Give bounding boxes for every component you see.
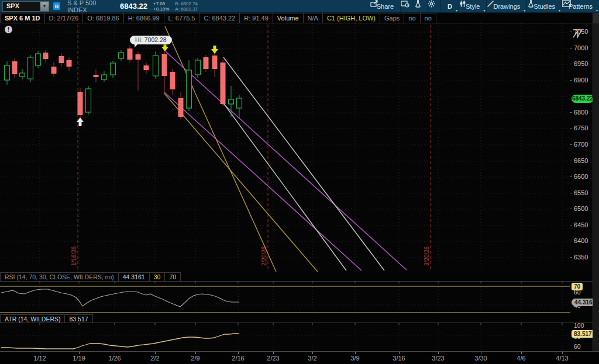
atr-header-cell[interactable]: ATR (14, WILDERS) xyxy=(0,314,65,323)
time-axis-tick xyxy=(195,352,196,354)
rsi-header-row: RSI (14, 70, 30, CLOSE, WILDERS, no)44.3… xyxy=(0,272,599,282)
studies-button[interactable]: Studies ▾ xyxy=(526,0,562,12)
trendline-white-upper[interactable] xyxy=(223,57,384,271)
candle xyxy=(221,60,226,106)
last-price-badge: 6843.22 xyxy=(572,95,594,103)
header-cell[interactable]: Volume xyxy=(273,13,304,23)
timeframe-button[interactable]: D ▾ xyxy=(440,0,459,12)
rsi-header-cell: 44.3161 xyxy=(119,272,150,282)
calendar-button[interactable] xyxy=(400,0,414,12)
change-abs: +7.05 xyxy=(153,1,169,6)
atr-panel[interactable]: 100806083.517 xyxy=(0,323,599,351)
last-price: 6843.22 xyxy=(120,2,147,11)
candle xyxy=(20,69,25,79)
symbol-input[interactable]: SPX ▾ xyxy=(2,1,49,12)
candle xyxy=(128,46,133,63)
time-axis[interactable]: 1/121/191/262/22/92/162/233/23/93/163/23… xyxy=(0,351,599,364)
main-price-chart[interactable]: 1/16/262/20/263/20/26 ! Hi: 7002.28 7050… xyxy=(0,23,599,272)
price-tick-label: 6550 xyxy=(574,190,588,196)
caret-down-icon: ▾ xyxy=(524,8,525,12)
candle xyxy=(5,61,10,85)
atr-header-cell: 83.517 xyxy=(65,314,92,323)
patterns-button[interactable]: Patterns ▾ xyxy=(562,0,599,12)
price-tick-label: 6950 xyxy=(574,61,588,67)
trendline-magenta-lower[interactable] xyxy=(164,92,362,271)
atr-value-badge: 83.517 xyxy=(572,330,594,338)
atr-line xyxy=(1,334,239,349)
time-axis-tick xyxy=(521,352,522,354)
rsi-panel[interactable]: 40607044.3161 xyxy=(0,282,599,314)
rsi-line xyxy=(1,289,239,307)
time-axis-label: 3/30 xyxy=(474,355,487,362)
time-axis-label: 2/23 xyxy=(267,355,279,362)
style-button[interactable]: Style ▾ xyxy=(459,0,486,12)
bid-value: B: 6802.74 xyxy=(175,1,198,6)
thinkorswim-chart-window: SPX ▾ B S & P 500 INDEX 6843.22 +7.05 +0… xyxy=(0,0,599,364)
header-cell[interactable]: Gaps xyxy=(380,13,404,23)
time-axis-label: 3/2 xyxy=(308,355,316,362)
chart-header-row: SPX 6 M 1DD: 2/17/26O: 6819.86H: 6866.99… xyxy=(0,13,599,23)
top-toolbar: SPX ▾ B S & P 500 INDEX 6843.22 +7.05 +0… xyxy=(0,0,599,13)
price-tick-label: 7000 xyxy=(574,45,588,51)
symbol-dropdown-caret[interactable]: ▾ xyxy=(40,2,49,11)
header-cell: no xyxy=(404,13,420,23)
price-tick-label: 6350 xyxy=(574,254,588,261)
down-arrow-marker xyxy=(161,43,168,51)
candle xyxy=(67,57,72,71)
caret-down-icon: ▾ xyxy=(483,8,485,12)
price-chart-canvas[interactable]: 1/16/262/20/263/20/26 xyxy=(0,23,593,272)
time-axis-tick xyxy=(40,352,40,354)
right-scrollbar-gutter[interactable] xyxy=(593,13,599,351)
time-axis-label: 2/2 xyxy=(150,355,159,362)
settings-button[interactable] xyxy=(427,0,440,12)
candle xyxy=(170,69,175,95)
time-axis-tick xyxy=(238,352,239,354)
price-tick-label: 6700 xyxy=(574,141,588,148)
toolbar-buttons: Share xyxy=(370,0,599,12)
security-name: S & P 500 INDEX xyxy=(67,0,115,13)
time-axis-tick xyxy=(79,352,80,354)
alert-info-icon[interactable]: ! xyxy=(5,26,12,33)
flask-icon xyxy=(527,0,535,8)
time-axis-label: 1/26 xyxy=(108,355,121,362)
style-label: Style xyxy=(466,3,480,10)
caret-down-icon: ▾ xyxy=(559,8,560,12)
trendline-white-lower[interactable] xyxy=(224,104,346,271)
drawings-button[interactable]: Drawings ▾ xyxy=(486,0,526,12)
event-date-label: 1/16/26 xyxy=(71,246,77,266)
calendar-clock-icon xyxy=(401,0,409,8)
price-tick-label: 6400 xyxy=(574,238,588,244)
analyze-button[interactable] xyxy=(414,0,427,12)
price-tick-label: 6450 xyxy=(574,222,588,228)
event-date-label: 3/20/26 xyxy=(424,246,430,266)
share-button[interactable]: Share xyxy=(370,0,400,12)
drawings-label: Drawings xyxy=(493,3,520,10)
header-cell: R: 91.49 xyxy=(240,13,273,23)
candle xyxy=(195,58,201,78)
bid-ask: B: 6802.74 A: 6881.37 xyxy=(175,1,198,12)
axis-corner-button[interactable] xyxy=(593,13,599,23)
time-axis-tick xyxy=(355,352,356,354)
caret-down-icon: ▾ xyxy=(596,8,598,12)
header-cell: C: 6843.22 xyxy=(199,13,240,23)
change-pct: +0.10% xyxy=(153,6,169,12)
header-cell[interactable]: C1 (HIGH, LOW) xyxy=(323,13,380,23)
gridlines xyxy=(0,23,570,272)
candle xyxy=(36,51,41,68)
studies-label: Studies xyxy=(533,3,555,10)
time-axis-tick xyxy=(312,352,313,354)
trendline-magenta-upper[interactable] xyxy=(166,51,407,270)
rsi-header-cell[interactable]: RSI (14, 70, 30, CLOSE, WILDERS, no) xyxy=(0,272,119,282)
time-axis-label: 2/16 xyxy=(232,355,244,362)
time-axis-label: 2/9 xyxy=(191,355,199,362)
time-axis-label: 3/23 xyxy=(432,355,444,362)
header-cell: N/A xyxy=(304,13,323,23)
header-cell: O: 6819.86 xyxy=(83,13,123,23)
style-icon xyxy=(459,0,466,8)
ask-value: A: 6881.37 xyxy=(175,6,198,12)
pencil-line-icon xyxy=(487,0,494,8)
time-axis-tick xyxy=(481,352,481,354)
rsi-overbought-badge: 70 xyxy=(572,283,583,290)
candle xyxy=(43,50,49,63)
time-axis-label: 1/12 xyxy=(33,355,46,362)
